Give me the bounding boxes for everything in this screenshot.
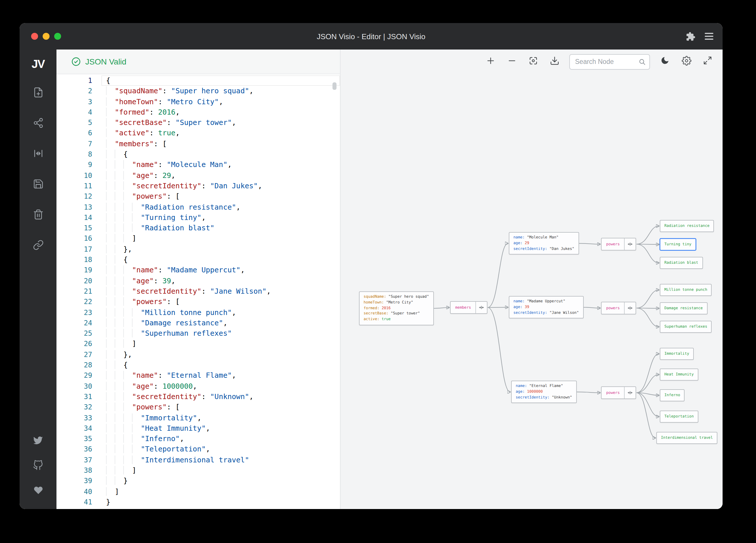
new-document-button[interactable] xyxy=(32,87,44,100)
graph-node-m3[interactable]: name: "Eternal Flame"age: 1000000secretI… xyxy=(511,381,577,403)
code-line[interactable]: 36 "Teleportation", xyxy=(56,444,340,455)
share-link-button[interactable] xyxy=(32,240,44,252)
zoom-out-button[interactable] xyxy=(505,55,518,68)
collapse-node-button[interactable] xyxy=(625,387,636,398)
zoom-button[interactable] xyxy=(54,33,61,40)
center-view-button[interactable] xyxy=(527,55,539,68)
code-line[interactable]: 4 "formed": 2016, xyxy=(56,107,340,118)
line-number: 25 xyxy=(56,328,101,339)
graph-node-l1a[interactable]: Radiation resistance xyxy=(660,220,714,232)
fullscreen-button[interactable] xyxy=(701,55,714,68)
download-image-button[interactable] xyxy=(548,55,561,68)
line-number: 32 xyxy=(56,402,101,412)
graph-node-members[interactable]: members xyxy=(450,301,488,314)
code-line[interactable]: 28 { xyxy=(56,360,340,370)
graph-node-l2c[interactable]: Superhuman reflexes xyxy=(660,321,712,333)
code-line[interactable]: 27 }, xyxy=(56,349,340,360)
code-line[interactable]: 14 "Turning tiny", xyxy=(56,213,340,223)
code-line-text: } xyxy=(101,476,340,487)
code-line[interactable]: 19 "name": "Madame Uppercut", xyxy=(56,265,340,276)
collapse-node-button[interactable] xyxy=(625,239,636,250)
code-line[interactable]: 5 "secretBase": "Super tower", xyxy=(56,118,340,128)
code-line[interactable]: 30 "age": 1000000, xyxy=(56,381,340,391)
code-line[interactable]: 9 "name": "Molecule Man", xyxy=(56,160,340,171)
code-line[interactable]: 17 }, xyxy=(56,244,340,255)
code-line[interactable]: 6 "active": true, xyxy=(56,128,340,139)
collapse-node-button[interactable] xyxy=(476,302,487,313)
code-line[interactable]: 15 "Radiation blast" xyxy=(56,223,340,234)
code-line[interactable]: 35 "Inferno", xyxy=(56,434,340,444)
code-line[interactable]: 16 ] xyxy=(56,234,340,244)
code-line[interactable]: 29 "name": "Eternal Flame", xyxy=(56,370,340,381)
code-line[interactable]: 26 ] xyxy=(56,339,340,349)
minimize-button[interactable] xyxy=(43,33,50,40)
settings-button[interactable] xyxy=(680,55,693,68)
github-button[interactable] xyxy=(32,460,44,473)
code-editor[interactable]: 1{2 "squadName": "Super hero squad",3 "h… xyxy=(56,74,340,509)
graph-view-button[interactable] xyxy=(32,118,44,130)
code-line[interactable]: 11 "secretIdentity": "Dan Jukes", xyxy=(56,181,340,192)
search-input[interactable] xyxy=(570,58,649,65)
graph-canvas[interactable]: squadName: "Super hero squad"homeTown: "… xyxy=(341,50,723,509)
code-line[interactable]: 31 "secretIdentity": "Unknown", xyxy=(56,391,340,402)
dark-mode-button[interactable] xyxy=(659,55,671,68)
search-node-box xyxy=(569,54,650,69)
code-line-text: "Damage resistance", xyxy=(101,318,340,328)
code-line[interactable]: 3 "homeTown": "Metro City", xyxy=(56,97,340,107)
code-line[interactable]: 40 ] xyxy=(56,486,340,497)
code-line[interactable]: 8 { xyxy=(56,149,340,160)
code-line[interactable]: 24 "Damage resistance", xyxy=(56,318,340,328)
graph-node-l2b[interactable]: Damage resistance xyxy=(660,302,707,314)
code-line[interactable]: 39 } xyxy=(56,476,340,487)
code-line[interactable]: 25 "Superhuman reflexes" xyxy=(56,328,340,339)
code-line[interactable]: 2 "squadName": "Super hero squad", xyxy=(56,86,340,97)
graph-node-root[interactable]: squadName: "Super hero squad"homeTown: "… xyxy=(359,291,434,325)
delete-button[interactable] xyxy=(32,209,44,222)
app-window: JSON Visio - Editor | JSON Visio JV xyxy=(20,23,723,509)
line-number: 9 xyxy=(56,160,101,171)
code-line[interactable]: 22 "powers": [ xyxy=(56,296,340,307)
line-number: 13 xyxy=(56,202,101,213)
code-line[interactable]: 13 "Radiation resistance", xyxy=(56,202,340,213)
graph-node-l1b[interactable]: Turning tiny xyxy=(660,239,696,251)
graph-node-m1[interactable]: name: "Molecule Man"age: 29secretIdentit… xyxy=(509,232,579,255)
graph-node-l3b[interactable]: Heat Immunity xyxy=(660,368,698,381)
graph-node-p2[interactable]: powers xyxy=(601,302,636,314)
code-line[interactable]: 20 "age": 39, xyxy=(56,275,340,286)
graph-node-l3c[interactable]: Inferno xyxy=(660,389,685,401)
code-line[interactable]: 18 { xyxy=(56,255,340,265)
code-line[interactable]: 10 "age": 29, xyxy=(56,170,340,181)
code-line[interactable]: 7 "members": [ xyxy=(56,139,340,150)
graph-node-l2a[interactable]: Million tonne punch xyxy=(660,284,712,296)
twitter-button[interactable] xyxy=(32,435,44,448)
fit-width-button[interactable] xyxy=(32,148,44,161)
graph-node-p1[interactable]: powers xyxy=(601,238,636,251)
graph-node-l3e[interactable]: Interdimensional travel xyxy=(656,432,717,444)
graph-node-l1c[interactable]: Radiation blast xyxy=(660,257,703,269)
code-line[interactable]: 34 "Heat Immunity", xyxy=(56,423,340,434)
title-bar[interactable]: JSON Visio - Editor | JSON Visio xyxy=(20,23,723,50)
graph-node-p3[interactable]: powers xyxy=(601,386,636,399)
code-line[interactable]: 23 "Million tonne punch", xyxy=(56,307,340,318)
code-line[interactable]: 38 ] xyxy=(56,465,340,476)
line-number: 34 xyxy=(56,423,101,434)
code-line[interactable]: 21 "secretIdentity": "Jane Wilson", xyxy=(56,286,340,297)
code-line[interactable]: 41} xyxy=(56,497,340,508)
line-number: 11 xyxy=(56,181,101,192)
close-button[interactable] xyxy=(31,33,38,40)
code-line[interactable]: 32 "powers": [ xyxy=(56,402,340,412)
menu-icon[interactable] xyxy=(705,33,713,40)
code-line[interactable]: 37 "Interdimensional travel" xyxy=(56,455,340,465)
collapse-node-button[interactable] xyxy=(625,302,636,314)
graph-node-l3a[interactable]: Immortality xyxy=(660,348,694,360)
save-button[interactable] xyxy=(32,179,44,191)
line-number: 2 xyxy=(56,86,101,97)
extensions-icon[interactable] xyxy=(686,31,695,41)
graph-node-l3d[interactable]: Teleportation xyxy=(660,410,698,423)
code-line[interactable]: 12 "powers": [ xyxy=(56,192,340,202)
code-line[interactable]: 33 "Immortality", xyxy=(56,412,340,423)
zoom-in-button[interactable] xyxy=(484,55,497,68)
code-line[interactable]: 1{ xyxy=(56,75,340,86)
graph-node-m2[interactable]: name: "Madame Uppercut"age: 39secretIden… xyxy=(509,296,583,319)
sponsor-button[interactable] xyxy=(32,485,44,497)
